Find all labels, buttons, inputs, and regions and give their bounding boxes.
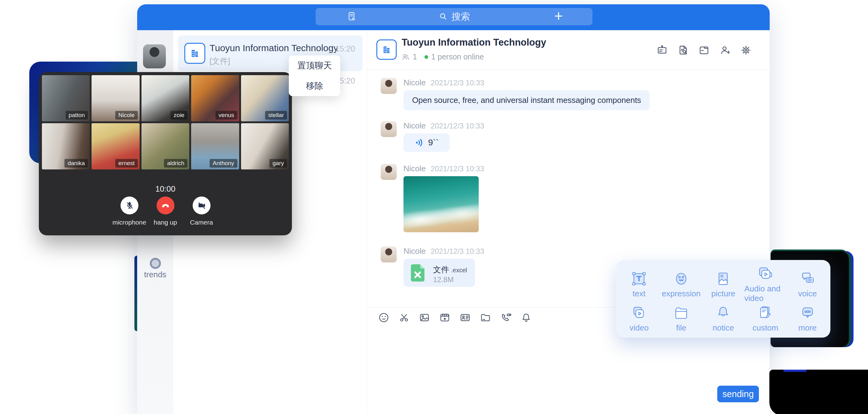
hang-up-icon [160, 200, 171, 211]
pinned-board-icon[interactable] [656, 44, 669, 57]
hang-up-button[interactable] [157, 196, 175, 214]
avatar[interactable] [381, 247, 397, 262]
microphone-label: microphone [113, 219, 147, 226]
feature-audio-video[interactable]: Audio and video [744, 265, 786, 303]
context-menu: 置顶聊天 移除 [289, 56, 340, 96]
decor-blob-bottom-right [769, 370, 868, 414]
video-call-icon[interactable] [500, 311, 512, 324]
chat-subtitle: 1 1 person online [402, 52, 484, 61]
avatar[interactable] [381, 164, 397, 180]
files-icon[interactable] [698, 44, 711, 57]
file-size: 12.8M [433, 276, 454, 284]
hang-up-label: hang up [154, 219, 177, 226]
feature-file[interactable]: file [660, 303, 703, 333]
chat-panel: Tuoyun Information Technology 1 1 person… [367, 30, 770, 414]
online-dot [425, 55, 428, 59]
microphone-muted-icon [124, 200, 135, 211]
camera-button[interactable] [193, 196, 211, 214]
search-bar[interactable]: 搜索 + [316, 8, 592, 25]
emoji-icon[interactable] [378, 311, 390, 324]
message-file: Nicole 2021/12/3 10:33 文件.excel 12.8M [381, 247, 484, 287]
participant-name: venus [215, 111, 237, 120]
members-icon [402, 53, 410, 61]
file-ext: .excel [451, 267, 467, 274]
feature-expression[interactable]: expression [660, 265, 703, 303]
call-controls: microphone hang up Camera [39, 196, 292, 226]
voice-bubble[interactable]: 9`` [403, 133, 450, 152]
image-attachment[interactable] [403, 176, 479, 232]
chat-history-search-icon[interactable] [677, 44, 689, 57]
feature-notice[interactable]: notice [702, 303, 744, 333]
add-button[interactable]: + [554, 7, 563, 25]
participant-name: aldrich [164, 159, 187, 167]
settings-icon[interactable] [740, 44, 752, 57]
feature-text[interactable]: text [618, 265, 660, 303]
file-icon[interactable] [479, 311, 492, 324]
search-icon [438, 11, 448, 22]
send-button[interactable]: sending [717, 386, 759, 402]
message-time: 2021/12/3 10:33 [431, 247, 484, 256]
participant-video: venus [191, 75, 239, 121]
message-text: Nicole 2021/12/3 10:33 Open source, free… [381, 78, 650, 110]
file-name: 文件 [433, 265, 449, 274]
menu-item-remove[interactable]: 移除 [289, 76, 340, 96]
participant-video: patton [42, 75, 90, 121]
participant-name: gary [270, 159, 287, 167]
conversation-last-message: [文件] [210, 56, 230, 67]
file-attachment[interactable]: 文件.excel 12.8M [403, 259, 475, 287]
feature-video[interactable]: video [618, 303, 660, 333]
text-bubble: Open source, free, and universal instant… [403, 90, 650, 110]
sender-name: Nicole [403, 247, 426, 256]
feature-custom[interactable]: custom [744, 303, 786, 333]
video-icon [630, 304, 648, 322]
participant-video: Nicole [92, 75, 139, 121]
chat-title: Tuoyun Information Technology [402, 37, 546, 48]
avatar[interactable] [381, 121, 397, 137]
add-member-icon[interactable] [718, 44, 732, 57]
participant-video: aldrich [142, 123, 189, 169]
expression-icon [672, 270, 690, 288]
participant-video: stellar [241, 75, 289, 121]
participant-video: gary [241, 123, 289, 169]
building-icon [381, 44, 393, 56]
app-titlebar: 搜索 + [137, 4, 770, 30]
trends-icon[interactable] [150, 258, 161, 269]
notification-icon[interactable] [520, 311, 532, 324]
camera-label: Camera [190, 219, 213, 226]
participant-name: zoie [170, 111, 187, 120]
group-avatar [376, 39, 397, 60]
avatar[interactable] [381, 78, 397, 94]
contact-card-icon[interactable] [459, 311, 471, 324]
voice-icon [799, 270, 816, 288]
feature-more[interactable]: more [786, 303, 829, 333]
message-image: Nicole 2021/12/3 10:33 [381, 164, 484, 232]
text-icon [630, 270, 648, 288]
my-avatar[interactable] [143, 44, 166, 68]
feature-voice[interactable]: voice [786, 265, 829, 303]
microphone-button[interactable] [121, 196, 138, 214]
picture-icon[interactable] [418, 311, 431, 324]
message-time: 2021/12/3 10:33 [431, 122, 484, 130]
group-avatar [184, 43, 205, 64]
camera-muted-icon [196, 200, 207, 211]
feature-picture[interactable]: picture [702, 265, 744, 303]
audio-video-icon [756, 265, 774, 283]
search-placeholder: 搜索 [452, 10, 470, 23]
menu-item-pin-chat[interactable]: 置顶聊天 [289, 56, 340, 76]
screenshot-icon[interactable] [398, 311, 410, 324]
sidebar-item-trends[interactable]: trends [137, 270, 173, 279]
member-count: 1 [413, 52, 417, 61]
video-call-panel: patton Nicole zoie venus stellar danika … [39, 72, 292, 235]
participant-video: ernest [92, 123, 139, 169]
search-field[interactable]: 搜索 [316, 10, 592, 23]
participant-video: Anthony [191, 123, 239, 169]
participant-video: zoie [142, 75, 189, 121]
conversation-time: 15:20 [335, 44, 355, 54]
participant-name: danika [64, 159, 88, 167]
video-icon[interactable] [439, 311, 451, 324]
message-type-panel: text expression picture Audio and video [616, 260, 830, 338]
message-time: 2021/12/3 10:33 [431, 78, 484, 87]
voice-wave-icon [414, 138, 425, 148]
participant-name: stellar [265, 111, 287, 120]
call-timer: 10:00 [39, 184, 292, 194]
